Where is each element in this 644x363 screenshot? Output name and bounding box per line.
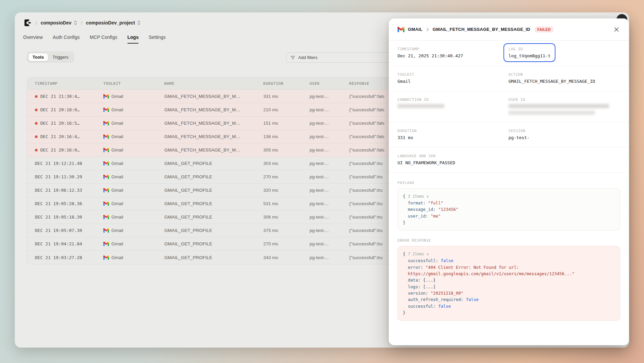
cell-user: pg-test-... xyxy=(310,174,349,179)
field-action: ACTION GMAIL_FETCH_MESSAGE_BY_MESSAGE_ID xyxy=(508,72,620,84)
field-value: UI NO_FRAMEWORK_PASSED xyxy=(397,160,620,165)
tab-auth-configs[interactable]: Auth Configs xyxy=(53,35,79,44)
cell-timestamp: DEC 21 19:04:21.84 xyxy=(27,241,103,246)
gmail-icon xyxy=(103,148,109,152)
cell-timestamp: DEC 21 21:30:4… xyxy=(27,94,103,99)
composio-logo-icon xyxy=(23,18,32,27)
cell-timestamp: DEC 21 20:16:0… xyxy=(27,147,103,153)
column-header-toolkit: TOOLKIT xyxy=(103,81,164,86)
panel-toolkit-title: GMAIL xyxy=(408,27,423,32)
cell-toolkit: Gmail xyxy=(103,147,164,153)
cell-user: pg-test-... xyxy=(310,215,349,220)
cell-user: pg-test-... xyxy=(310,228,349,233)
cell-toolkit: Gmail xyxy=(103,134,164,139)
field-label: DURATION xyxy=(397,129,508,133)
payload-section-label: PAYLOAD xyxy=(397,181,620,185)
cell-duration: 210 ms xyxy=(263,107,310,112)
breadcrumb-separator: / xyxy=(81,20,82,26)
tab-logs[interactable]: Logs xyxy=(127,35,139,44)
cell-user: pg-test-... xyxy=(310,107,349,112)
cell-user: pg-test-... xyxy=(310,241,349,246)
log-id-highlight-box[interactable]: LOG ID log_tVqomBgg11-t xyxy=(503,43,555,62)
cell-name: GMAIL_GET_PROFILE xyxy=(164,215,263,220)
field-value: Gmail xyxy=(397,79,508,84)
cell-toolkit: Gmail xyxy=(103,161,164,166)
gmail-icon xyxy=(103,108,109,112)
gmail-icon xyxy=(397,27,405,32)
cell-user: pg-test-... xyxy=(310,147,349,153)
cell-toolkit: Gmail xyxy=(103,94,164,99)
cell-name: GMAIL_GET_PROFILE xyxy=(164,255,263,260)
cell-duration: 331 ms xyxy=(263,94,310,99)
project-name: composioDev_project xyxy=(86,20,135,25)
cell-timestamp: DEC 21 20:16:4… xyxy=(27,134,103,139)
column-header-user: USER xyxy=(310,81,349,86)
field-row: TOOLKIT Gmail ACTION GMAIL_FETCH_MESSAGE… xyxy=(389,66,629,91)
field-connection-id: CONNECTION ID xyxy=(397,98,508,115)
chevron-right-icon xyxy=(426,27,429,32)
cell-duration: 151 ms xyxy=(263,121,310,126)
column-header-timestamp: TIMESTAMP xyxy=(27,81,103,86)
gmail-icon xyxy=(103,255,109,260)
failed-dot xyxy=(35,109,38,111)
close-icon[interactable] xyxy=(613,26,620,33)
gmail-icon xyxy=(103,215,109,219)
field-label: ACTION xyxy=(508,72,620,76)
cell-name: GMAIL_FETCH_MESSAGE_BY_M… xyxy=(164,147,263,153)
cell-duration: 136 ms xyxy=(263,134,310,139)
panel-header: GMAIL GMAIL_FETCH_MESSAGE_BY_MESSAGE_ID … xyxy=(389,18,629,41)
cell-name: GMAIL_GET_PROFILE xyxy=(164,201,263,206)
field-row: LANGUAGE AND SDK UI NO_FRAMEWORK_PASSED xyxy=(389,147,629,173)
cell-timestamp: DEC 21 19:06:12.33 xyxy=(27,188,103,193)
field-label: SESSION xyxy=(508,129,620,133)
cell-timestamp: DEC 21 19:03:27.28 xyxy=(27,255,103,260)
cell-name: GMAIL_FETCH_MESSAGE_BY_M… xyxy=(164,121,263,126)
chevron-updown-icon xyxy=(74,20,77,25)
gmail-icon xyxy=(103,175,109,179)
cell-toolkit: Gmail xyxy=(103,255,164,260)
cell-timestamp: DEC 21 19:12:21.48 xyxy=(27,161,103,166)
panel-action-title: GMAIL_FETCH_MESSAGE_BY_MESSAGE_ID xyxy=(433,27,530,32)
cell-toolkit: Gmail xyxy=(103,174,164,179)
field-value: GMAIL_FETCH_MESSAGE_BY_MESSAGE_ID xyxy=(508,79,620,84)
cell-name: GMAIL_FETCH_MESSAGE_BY_M… xyxy=(164,134,263,139)
payload-code[interactable]: { 3 Items ∨ format: "full" message_id: "… xyxy=(397,188,620,230)
cell-toolkit: Gmail xyxy=(103,228,164,233)
filter-funnel-icon xyxy=(290,55,295,60)
cell-name: GMAIL_GET_PROFILE xyxy=(164,174,263,179)
field-timestamp: TIMESTAMP Dec 21, 2025 21:30:40.427 xyxy=(397,47,508,59)
cell-name: GMAIL_GET_PROFILE xyxy=(164,228,263,233)
org-selector[interactable]: composioDev xyxy=(41,20,77,25)
breadcrumb: / composioDev / composioDev_project xyxy=(23,17,141,28)
logs-type-toggle: Tools Triggers xyxy=(27,52,74,63)
field-value: Dec 21, 2025 21:30:40.427 xyxy=(397,53,508,58)
tools-segment[interactable]: Tools xyxy=(28,53,48,61)
add-filters-label: Add filters xyxy=(298,55,318,60)
cell-user: pg-test-... xyxy=(310,161,349,166)
project-selector[interactable]: composioDev_project xyxy=(86,20,141,25)
triggers-segment[interactable]: Triggers xyxy=(48,53,73,61)
column-header-duration: DURATION xyxy=(263,81,310,86)
cell-toolkit: Gmail xyxy=(103,201,164,206)
error-code[interactable]: { 7 Items ∨ successfull: false error: "4… xyxy=(397,246,620,320)
tab-overview[interactable]: Overview xyxy=(23,35,43,44)
field-value: 331 ms xyxy=(397,135,508,140)
field-label: LOG ID xyxy=(508,47,550,51)
gmail-icon xyxy=(103,121,109,125)
redacted-value xyxy=(508,104,609,108)
gmail-icon xyxy=(103,201,109,206)
field-user-id: USER ID xyxy=(508,98,620,115)
field-value: pg-test- xyxy=(508,135,620,140)
field-row: DURATION 331 ms SESSION pg-test- xyxy=(389,122,629,147)
cell-timestamp: DEC 21 19:05:28.36 xyxy=(27,201,103,206)
failed-dot xyxy=(35,122,38,125)
tab-settings[interactable]: Settings xyxy=(149,35,166,44)
tab-mcp-configs[interactable]: MCP Configs xyxy=(90,35,117,44)
field-value: log_tVqomBgg11-t xyxy=(508,53,550,58)
cell-toolkit: Gmail xyxy=(103,188,164,193)
redacted-value xyxy=(397,104,444,108)
cell-duration: 270 ms xyxy=(263,174,310,179)
cell-name: GMAIL_GET_PROFILE xyxy=(164,161,263,166)
field-session: SESSION pg-test- xyxy=(508,129,620,140)
cell-duration: 303 ms xyxy=(263,161,310,166)
